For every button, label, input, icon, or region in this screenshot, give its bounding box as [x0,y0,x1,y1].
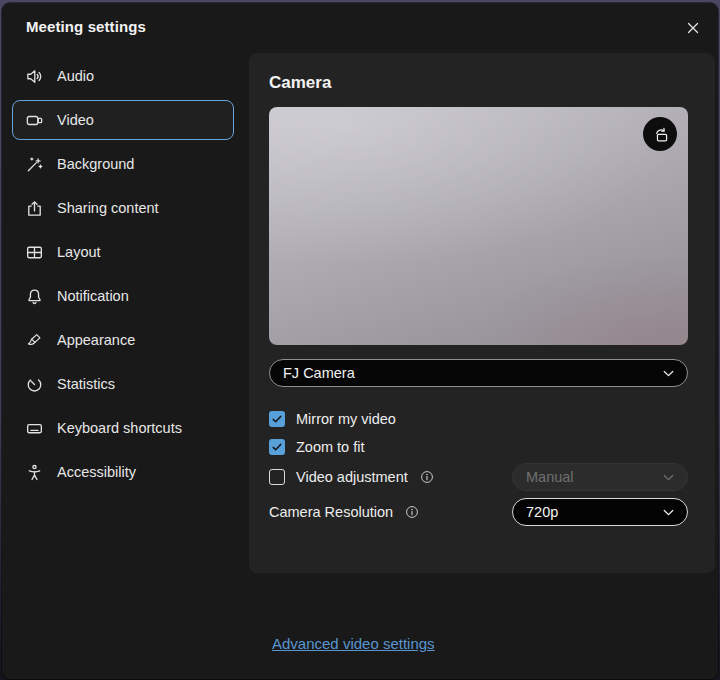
camera-resolution-value: 720p [526,504,558,520]
video-adjustment-checkbox[interactable] [269,469,285,485]
video-adjustment-mode-select: Manual [512,463,688,491]
camera-resolution-labelgroup: Camera Resolution [269,504,419,520]
sidebar-item-notification[interactable]: Notification [12,276,234,316]
sidebar-item-keyboard-shortcuts[interactable]: Keyboard shortcuts [12,408,234,448]
sidebar-item-label: Accessibility [57,464,136,480]
sidebar-item-label: Appearance [57,332,135,348]
close-icon [685,20,701,36]
info-icon [420,470,434,484]
gauge-icon [25,375,44,394]
sidebar-item-label: Background [57,156,134,172]
video-options: Mirror my video Zoom to fit Video adjust… [269,408,715,526]
zoom-to-fit-label: Zoom to fit [296,439,365,455]
settings-sidebar: Audio Video Background Sharing content [2,52,249,679]
video-settings-panel: Camera FJ Camera [249,53,715,573]
video-adjustment-mode-value: Manual [526,469,574,485]
sidebar-item-statistics[interactable]: Statistics [12,364,234,404]
zoom-to-fit-checkbox[interactable] [269,439,285,455]
sidebar-item-label: Sharing content [57,200,159,216]
camera-device-value: FJ Camera [283,365,355,381]
magic-wand-icon [25,155,44,174]
video-adjustment-label: Video adjustment [296,469,408,485]
sidebar-item-background[interactable]: Background [12,144,234,184]
share-icon [25,199,44,218]
mirror-video-option: Mirror my video [269,408,715,430]
sidebar-item-sharing-content[interactable]: Sharing content [12,188,234,228]
screen: Meeting settings Audio Video [0,0,720,680]
sidebar-item-audio[interactable]: Audio [12,56,234,96]
meeting-settings-dialog: Meeting settings Audio Video [2,3,718,679]
sidebar-item-label: Keyboard shortcuts [57,420,182,436]
check-icon [271,441,283,453]
camera-resolution-select[interactable]: 720p [512,498,688,526]
sidebar-item-video[interactable]: Video [12,100,234,140]
dialog-title: Meeting settings [26,18,146,35]
sidebar-item-label: Video [57,112,94,128]
sidebar-item-label: Statistics [57,376,115,392]
camera-resolution-info-button[interactable] [405,505,419,519]
flip-camera-icon [651,125,670,144]
zoom-to-fit-option: Zoom to fit [269,436,715,458]
mirror-video-label: Mirror my video [296,411,396,427]
info-icon [405,505,419,519]
sidebar-item-accessibility[interactable]: Accessibility [12,452,234,492]
sidebar-item-label: Notification [57,288,129,304]
accessibility-icon [25,463,44,482]
check-icon [271,413,283,425]
close-button[interactable] [677,12,709,44]
paintbrush-icon [25,331,44,350]
chevron-down-icon [661,505,676,520]
flip-camera-button[interactable] [643,117,677,151]
layout-grid-icon [25,243,44,262]
camera-section-title: Camera [269,73,715,95]
video-camera-icon [25,111,44,130]
camera-device-select[interactable]: FJ Camera [269,359,688,387]
video-adjustment-row: Video adjustment Manual [269,463,688,491]
sidebar-item-label: Audio [57,68,94,84]
sidebar-item-appearance[interactable]: Appearance [12,320,234,360]
camera-resolution-row: Camera Resolution 720p [269,498,688,526]
video-adjustment-option: Video adjustment [269,469,434,485]
keyboard-icon [25,419,44,438]
sidebar-item-label: Layout [57,244,101,260]
camera-resolution-label: Camera Resolution [269,504,393,520]
mirror-video-checkbox[interactable] [269,411,285,427]
speaker-icon [25,67,44,86]
camera-preview [269,107,688,345]
bell-icon [25,287,44,306]
chevron-down-icon [661,470,676,485]
chevron-down-icon [661,366,676,381]
advanced-video-settings-link[interactable]: Advanced video settings [272,635,435,652]
sidebar-item-layout[interactable]: Layout [12,232,234,272]
video-adjustment-info-button[interactable] [420,470,434,484]
